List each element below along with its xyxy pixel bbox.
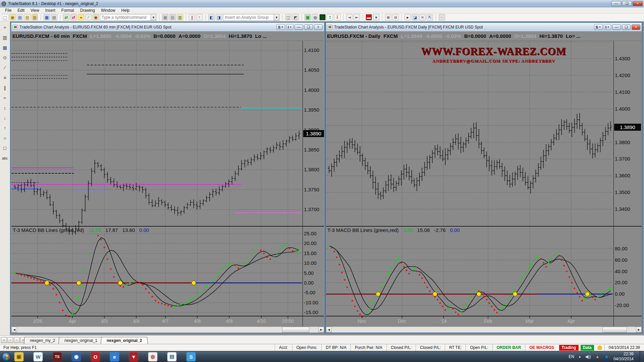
indicator-dropdown-button[interactable]: I▼ xyxy=(286,24,293,30)
dropbox-icon[interactable]: ◆ xyxy=(604,354,609,359)
start-button[interactable] xyxy=(2,352,11,361)
restore-button[interactable]: ❏ xyxy=(304,24,313,30)
symbol-input[interactable] xyxy=(100,15,151,20)
order-bar-label[interactable]: ORDER BAR xyxy=(492,344,525,351)
restore-button[interactable]: ❏ xyxy=(622,24,631,30)
ohlc-style-icon[interactable]: ▬ xyxy=(366,14,372,20)
chart-bars-icon[interactable]: ▥ xyxy=(319,14,326,20)
skype-icon[interactable]: S xyxy=(186,352,196,361)
editor-icon[interactable]: ▤ xyxy=(167,352,176,361)
language-indicator[interactable]: EN xyxy=(569,354,574,359)
chart-canvas[interactable] xyxy=(326,41,613,319)
calculator-icon[interactable]: ▥ xyxy=(177,14,183,20)
fib-time-icon[interactable]: ∥ xyxy=(1,84,9,91)
menu-item-drawing[interactable]: Drawing xyxy=(77,8,98,13)
zoom-out-icon[interactable]: ⊖ xyxy=(392,14,399,20)
minimize-button[interactable]: — xyxy=(611,1,621,6)
text-tool-icon[interactable]: abc xyxy=(1,155,9,162)
data-badge[interactable]: Data xyxy=(581,345,594,351)
fib-lines-icon[interactable]: ≡ xyxy=(1,74,9,81)
export-window-icon[interactable]: ⇄ xyxy=(63,14,69,20)
window-b-icon[interactable]: ◨ xyxy=(216,14,222,20)
grid-b-icon[interactable]: ▤ xyxy=(169,14,176,20)
analysis-combobox[interactable]: ▼ xyxy=(223,14,279,21)
quote-icon[interactable]: ◍ xyxy=(312,14,318,20)
scroll-track[interactable] xyxy=(17,327,318,333)
open-icon[interactable]: ▣ xyxy=(9,14,16,20)
chart-window-titlebar[interactable]: TradeStation Chart Analysis - EURUSD.FXC… xyxy=(326,23,642,32)
scroll-left-icon[interactable]: ◀ xyxy=(326,327,332,333)
horizontal-scrollbar[interactable]: ◀ ▶ xyxy=(326,326,642,333)
minimize-button[interactable]: — xyxy=(612,24,621,30)
analysis-input[interactable] xyxy=(223,15,274,20)
tab-nav-1[interactable]: ‹ xyxy=(7,337,13,343)
chart-canvas[interactable] xyxy=(11,41,303,319)
scroll-right-icon[interactable]: ▶ xyxy=(318,327,324,333)
workspace-tab-nexgen_original_1[interactable]: nexgen_original_1 xyxy=(59,337,104,344)
signal-icon[interactable]: ∥ xyxy=(189,14,195,20)
show-desktop-button[interactable] xyxy=(640,351,643,362)
minimize-button[interactable]: — xyxy=(294,24,303,30)
oe-macros-label[interactable]: OE MACROS xyxy=(525,344,558,351)
menu-item-edit[interactable]: Edit xyxy=(14,8,28,13)
marker-down-icon[interactable]: ↓ xyxy=(1,115,9,121)
indicator-label-row[interactable]: T-3 MACD BB Lines (green,red)9.8615.08-2… xyxy=(327,227,460,233)
analysis-dropdown-icon[interactable]: ▼ xyxy=(274,14,279,20)
candle-up-icon[interactable]: ↥ xyxy=(327,14,333,20)
pointer-tool-icon[interactable]: + xyxy=(1,24,9,31)
tray-expand-icon[interactable]: ▲ xyxy=(578,355,581,358)
matrix-icon[interactable]: ▦ xyxy=(305,14,311,20)
pointer-icon[interactable]: ▸ xyxy=(405,14,411,20)
menu-item-help[interactable]: Help xyxy=(118,8,133,13)
print-icon[interactable]: ▤ xyxy=(51,14,57,20)
new-icon[interactable]: ▢ xyxy=(2,14,8,20)
scroll-right-icon[interactable]: ▶ xyxy=(636,327,642,333)
status-dropdown-button[interactable]: S▼ xyxy=(594,24,603,30)
chart-body[interactable]: WWW.FOREX-WAREZ.COM ANDREYBBRV@GMAIL.COM… xyxy=(326,41,642,326)
close-button[interactable]: × xyxy=(632,24,640,30)
status-dropdown-button[interactable]: S▼ xyxy=(276,24,285,30)
indicator-label-row[interactable]: T-3 MACD BB Lines (green,red)16.6317.871… xyxy=(13,227,149,233)
save-desktop-icon[interactable]: ▤ xyxy=(17,14,23,20)
colors-icon[interactable]: ◉ xyxy=(93,14,99,20)
zoom-tool-icon[interactable]: ⊙ xyxy=(1,54,9,61)
tab-nav-2[interactable]: › xyxy=(14,337,19,343)
menu-item-insert[interactable]: Insert xyxy=(42,8,58,13)
maximize-button[interactable]: ❏ xyxy=(622,1,632,6)
chart-body[interactable]: 2/26Apr4/34/44/74/84/94/1020:001.41001.4… xyxy=(11,41,324,326)
symbol-combobox[interactable]: ▼ xyxy=(100,14,156,21)
chart-window-titlebar[interactable]: TradeStation Chart Analysis - EURUSD.FXC… xyxy=(11,23,324,32)
bar-width-b-icon[interactable]: ⇤ xyxy=(354,14,360,20)
taskbar-clock[interactable]: 22:39 04/10/2014 xyxy=(613,352,636,362)
import-window-icon[interactable]: ⇄ xyxy=(70,14,77,20)
chart-pointer-icon[interactable]: ◪ xyxy=(412,14,418,20)
symbol-dropdown-icon[interactable]: ▼ xyxy=(151,14,156,20)
gdrive-icon[interactable]: ▲ xyxy=(595,354,600,359)
date-axis[interactable]: NovDec'14FebMarApr xyxy=(326,316,642,327)
grid-a-icon[interactable]: ▦ xyxy=(162,14,168,20)
workspace-tab-nexgen_my_2[interactable]: nexgen_my_2 xyxy=(24,337,61,344)
scroll-track[interactable] xyxy=(332,327,636,333)
paste-icon[interactable]: ▧ xyxy=(24,14,31,20)
help-tool-icon[interactable]: ▫ xyxy=(439,14,445,20)
grid-chart-icon[interactable]: ▦ xyxy=(1,44,9,51)
brush-icon[interactable]: ∕ xyxy=(85,14,92,20)
ie-icon[interactable]: e xyxy=(110,352,119,361)
save-app-icon[interactable]: ▼ xyxy=(129,352,138,361)
tools-icon[interactable]: ✕ xyxy=(419,14,426,20)
volume-icon[interactable]: ◀)) xyxy=(585,354,591,359)
switch-window-icon[interactable]: ⇱ xyxy=(427,14,433,20)
updown-arrow-icon[interactable]: ↕ xyxy=(1,105,9,111)
wave-tool-icon[interactable]: ≈ xyxy=(1,95,9,101)
menu-item-file[interactable]: File xyxy=(2,8,14,13)
scroll-thumb[interactable] xyxy=(602,327,627,333)
rectangle-tool-icon[interactable]: □ xyxy=(1,145,9,152)
bar-width-a-icon[interactable]: ⇥ xyxy=(346,14,353,20)
tradestation-icon[interactable]: TS xyxy=(53,352,62,361)
save-icon[interactable]: ▦ xyxy=(44,14,50,20)
media-icon[interactable]: ◉ xyxy=(72,352,81,361)
zoom-in-icon[interactable]: ⊕ xyxy=(385,14,391,20)
marker-up-icon[interactable]: ↑ xyxy=(1,125,9,131)
candle-down-icon[interactable]: ↧ xyxy=(334,14,340,20)
page-a-icon[interactable]: ◫ xyxy=(285,14,291,20)
